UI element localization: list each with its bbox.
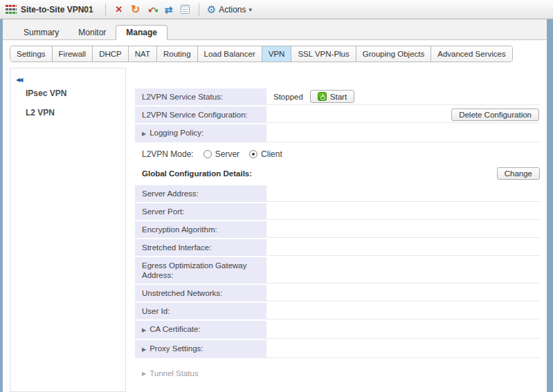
status-text: Stopped [273, 93, 303, 101]
chevron-right-icon: ▶ [142, 346, 146, 353]
page-title: Site-to-Site VPN01 [21, 5, 93, 15]
field-label-ca-certificate[interactable]: ▶CA Certificate: [135, 321, 266, 339]
mode-server-radio[interactable]: Server [203, 149, 239, 159]
field-value-ca-certificate [266, 321, 540, 339]
delete-configuration-button[interactable]: Delete Configuration [451, 109, 539, 121]
field-label-egress-optimization-gateway-address: Egress Optimization Gateway Address: [135, 257, 266, 283]
tab-bar: Summary Monitor Manage [3, 19, 547, 40]
field-value-server-address [266, 185, 540, 202]
subtab-load-balancer[interactable]: Load Balancer [198, 46, 262, 62]
table-row: Egress Optimization Gateway Address: [135, 257, 540, 283]
sidebar-item-ipsec-vpn[interactable]: IPsec VPN [16, 84, 120, 103]
subtab-settings[interactable]: Settings [10, 46, 53, 62]
gear-icon: ⚙ [207, 3, 216, 16]
field-value-unstretched-networks [266, 285, 540, 301]
subtab-advanced-services[interactable]: Advanced Services [431, 46, 511, 62]
service-status-row: L2VPN Service Status: Stopped Start [135, 88, 540, 105]
table-row: Stretched Interface: [135, 239, 540, 256]
subtab-ssl-vpn-plus[interactable]: SSL VPN-Plus [291, 46, 356, 62]
collapse-sidebar-icon[interactable]: ◀◀ [16, 77, 21, 83]
tunnel-status-label: Tunnel Status [149, 369, 199, 377]
field-value-encryption-algorithm [266, 221, 540, 238]
field-label-user-id: User Id: [135, 303, 266, 319]
field-label-proxy-settings[interactable]: ▶Proxy Settings: [135, 340, 266, 358]
content-area: ◀◀ IPsec VPN L2 VPN L2VPN Service Status… [10, 68, 540, 392]
field-value-logging-policy [266, 124, 540, 142]
service-configuration-row: L2VPN Service Configuration: Delete Conf… [135, 106, 540, 123]
table-row: Server Port: [135, 203, 540, 220]
sidebar-item-l2-vpn[interactable]: L2 VPN [16, 103, 120, 122]
tunnel-status-expander[interactable]: ▶ Tunnel Status [135, 369, 540, 377]
sidebar: ◀◀ IPsec VPN L2 VPN [10, 68, 126, 392]
subtab-grouping-objects[interactable]: Grouping Objects [356, 46, 432, 62]
edge-gateway-icon [6, 5, 17, 14]
logging-policy-row: ▶Logging Policy: [135, 124, 540, 142]
tab-monitor[interactable]: Monitor [69, 26, 116, 39]
field-value-service-configuration: Delete Configuration [266, 106, 540, 123]
table-row: Encryption Algorithm: [135, 221, 540, 238]
field-value-egress-optimization-gateway-address [266, 257, 540, 283]
power-icon [318, 92, 327, 101]
start-button[interactable]: Start [310, 90, 354, 103]
field-label-service-configuration: L2VPN Service Configuration: [135, 106, 266, 123]
tab-summary[interactable]: Summary [14, 26, 69, 39]
manage-panel: Settings Firewall DHCP NAT Routing Load … [3, 40, 547, 392]
field-label-server-address: Server Address: [135, 185, 266, 202]
subtab-firewall[interactable]: Firewall [53, 46, 93, 62]
global-configuration-header: Global Configuration Details: Change [142, 167, 540, 180]
redeploy-icon[interactable]: ↙↘ [144, 2, 161, 17]
app-window: Site-to-Site VPN01 ✕ ↻ ↙↘ ⇄ ⚙ Actions ▾ … [0, 0, 553, 392]
subtab-dhcp[interactable]: DHCP [93, 46, 129, 62]
toolbar-separator [105, 3, 106, 16]
subtab-nat[interactable]: NAT [129, 46, 157, 62]
chevron-down-icon: ▾ [249, 6, 253, 13]
window-body: Summary Monitor Manage Settings Firewall… [3, 19, 547, 392]
l2vpn-settings: L2VPN Service Status: Stopped Start L2VP… [135, 68, 540, 392]
toolbar-separator [199, 3, 199, 16]
table-row: Unstretched Networks: [135, 285, 540, 301]
tab-manage[interactable]: Manage [116, 25, 167, 40]
field-label-unstretched-networks: Unstretched Networks: [135, 285, 266, 301]
subtab-bar: Settings Firewall DHCP NAT Routing Load … [10, 46, 513, 62]
mode-client-radio[interactable]: Client [249, 149, 282, 159]
delete-icon[interactable]: ✕ [111, 2, 127, 17]
field-label-encryption-algorithm: Encryption Algorithm: [135, 221, 266, 238]
toolbar: Site-to-Site VPN01 ✕ ↻ ↙↘ ⇄ ⚙ Actions ▾ [0, 0, 553, 19]
radio-unchecked-icon [203, 150, 212, 158]
change-button[interactable]: Change [497, 167, 540, 180]
field-value-proxy-settings [266, 340, 540, 358]
sync-icon[interactable]: ⇄ [161, 2, 177, 17]
field-value-stretched-interface [266, 239, 540, 256]
refresh-icon[interactable]: ↻ [127, 2, 144, 17]
field-label-server-port: Server Port: [135, 203, 266, 220]
l2vpn-mode-row: L2VPN Mode: Server Client [142, 149, 540, 159]
global-configuration-title: Global Configuration Details: [142, 169, 252, 178]
chevron-right-icon: ▶ [142, 327, 146, 333]
field-label-service-status: L2VPN Service Status: [135, 88, 266, 105]
table-row: Server Address: [135, 185, 540, 202]
field-value-service-status: Stopped Start [266, 88, 540, 105]
notes-icon[interactable] [177, 2, 194, 17]
global-configuration-table: Server Address: Server Port: Encryption … [135, 185, 540, 358]
radio-checked-icon [249, 150, 257, 158]
subtab-vpn[interactable]: VPN [262, 46, 292, 62]
field-label-stretched-interface: Stretched Interface: [135, 239, 266, 256]
l2vpn-mode-label: L2VPN Mode: [142, 149, 194, 159]
field-value-user-id [266, 303, 540, 319]
table-row: ▶Proxy Settings: [135, 340, 540, 358]
table-row: User Id: [135, 303, 540, 319]
field-value-server-port [266, 203, 540, 220]
table-row: ▶CA Certificate: [135, 321, 540, 339]
subtab-routing[interactable]: Routing [157, 46, 198, 62]
field-label-logging-policy[interactable]: ▶Logging Policy: [135, 124, 266, 142]
actions-menu-button[interactable]: ⚙ Actions ▾ [204, 2, 255, 17]
chevron-right-icon: ▶ [142, 131, 146, 137]
chevron-right-icon: ▶ [142, 371, 146, 377]
